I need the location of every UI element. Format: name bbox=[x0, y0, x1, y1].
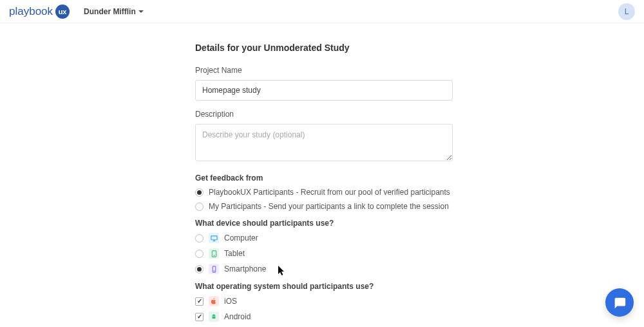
device-option-tablet[interactable]: Tablet bbox=[195, 248, 453, 259]
android-icon bbox=[209, 312, 219, 322]
workspace-dropdown[interactable]: Dunder Mifflin bbox=[84, 7, 144, 16]
checkbox-ios[interactable] bbox=[195, 297, 204, 306]
feedback-source-group: Get feedback from PlaybookUX Participant… bbox=[195, 173, 453, 211]
radio-my-participants[interactable] bbox=[195, 203, 204, 211]
device-title: What device should participants use? bbox=[195, 219, 453, 228]
computer-icon bbox=[209, 233, 219, 243]
description-label: Description bbox=[195, 110, 453, 119]
chat-widget-button[interactable] bbox=[605, 288, 634, 317]
feedback-option-playbookux[interactable]: PlaybookUX Participants - Recruit from o… bbox=[195, 188, 453, 197]
logo[interactable]: playbook ux bbox=[9, 5, 70, 19]
chat-icon bbox=[612, 295, 627, 310]
checkbox-android[interactable] bbox=[195, 313, 204, 321]
feedback-source-title: Get feedback from bbox=[195, 173, 453, 183]
option-label: iOS bbox=[224, 297, 237, 306]
logo-badge: ux bbox=[55, 5, 70, 19]
radio-playbookux[interactable] bbox=[195, 188, 204, 197]
device-option-smartphone[interactable]: Smartphone bbox=[195, 264, 453, 274]
option-label: Tablet bbox=[224, 249, 245, 258]
svg-rect-0 bbox=[211, 235, 216, 239]
svg-point-2 bbox=[214, 255, 214, 255]
tablet-icon bbox=[209, 248, 219, 259]
smartphone-icon bbox=[209, 264, 219, 274]
device-group: What device should participants use? Com… bbox=[195, 219, 453, 274]
option-label: PlaybookUX Participants - Recruit from o… bbox=[209, 188, 450, 197]
feedback-option-my-participants[interactable]: My Participants - Send your participants… bbox=[195, 202, 453, 211]
app-header: playbook ux Dunder Mifflin L bbox=[0, 0, 644, 23]
option-label: My Participants - Send your participants… bbox=[209, 202, 449, 211]
os-title: What operating system should participant… bbox=[195, 282, 453, 291]
option-label: Android bbox=[224, 312, 251, 321]
svg-rect-7 bbox=[213, 317, 216, 319]
page-title: Details for your Unmoderated Study bbox=[195, 43, 453, 53]
header-left: playbook ux Dunder Mifflin bbox=[9, 5, 144, 19]
avatar-initial: L bbox=[625, 7, 629, 16]
chevron-down-icon bbox=[138, 10, 144, 13]
option-label: Computer bbox=[224, 233, 258, 243]
os-option-ios[interactable]: iOS bbox=[195, 296, 453, 306]
svg-point-4 bbox=[214, 270, 214, 271]
svg-point-5 bbox=[213, 315, 213, 316]
device-option-computer[interactable]: Computer bbox=[195, 233, 453, 243]
logo-text: playbook bbox=[9, 5, 53, 18]
option-label: Smartphone bbox=[224, 264, 266, 273]
radio-tablet[interactable] bbox=[195, 250, 204, 258]
radio-smartphone[interactable] bbox=[195, 265, 204, 273]
svg-point-6 bbox=[214, 315, 215, 316]
workspace-name: Dunder Mifflin bbox=[84, 7, 136, 16]
project-name-label: Project Name bbox=[195, 66, 453, 75]
os-option-android[interactable]: Android bbox=[195, 312, 453, 322]
main-form: Details for your Unmoderated Study Proje… bbox=[195, 23, 453, 327]
radio-computer[interactable] bbox=[195, 234, 204, 243]
os-group: What operating system should participant… bbox=[195, 282, 453, 322]
description-textarea[interactable] bbox=[195, 124, 453, 161]
project-name-input[interactable] bbox=[195, 80, 453, 101]
user-avatar[interactable]: L bbox=[618, 3, 635, 20]
apple-icon bbox=[209, 296, 219, 306]
